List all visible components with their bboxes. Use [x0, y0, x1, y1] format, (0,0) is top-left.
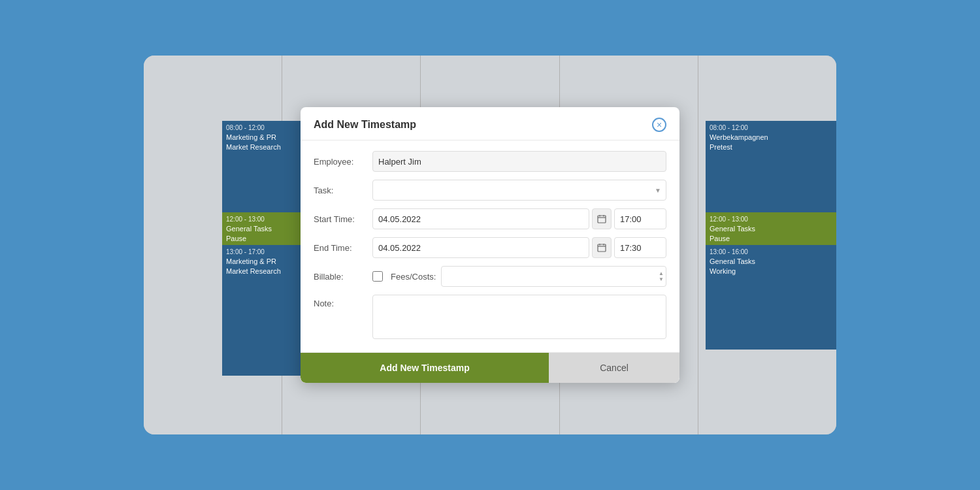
note-textarea[interactable]	[372, 295, 666, 339]
cancel-button[interactable]: Cancel	[549, 353, 679, 383]
end-date-time-group	[372, 237, 666, 258]
dialog-title: Add New Timestamp	[314, 119, 416, 131]
employee-label: Employee:	[314, 157, 372, 167]
billable-checkbox[interactable]	[372, 271, 383, 282]
start-time-input[interactable]	[614, 208, 666, 229]
start-date-time-group	[372, 208, 666, 229]
employee-input[interactable]	[372, 151, 666, 172]
billable-fees-row: Billable: Fees/Costs: ▲ ▼	[314, 266, 666, 287]
fees-input-wrapper: ▲ ▼	[441, 266, 666, 287]
add-timestamp-dialog: Add New Timestamp × Employee: Task: ▼	[301, 107, 679, 383]
note-row: Note:	[314, 295, 666, 339]
end-time-row: End Time:	[314, 237, 666, 258]
end-time-label: End Time:	[314, 243, 372, 253]
main-card: 08:00 - 12:00 Marketing & PR Market Rese…	[144, 56, 836, 434]
dialog-body: Employee: Task: ▼ Start Time:	[301, 140, 679, 352]
task-select-wrapper: ▼	[372, 180, 666, 201]
dialog-overlay: Add New Timestamp × Employee: Task: ▼	[144, 56, 836, 434]
fees-input[interactable]	[441, 266, 666, 287]
end-date-calendar-icon[interactable]	[592, 237, 612, 258]
start-date-input[interactable]	[372, 208, 589, 229]
task-select[interactable]	[372, 180, 666, 201]
task-row: Task: ▼	[314, 180, 666, 201]
svg-rect-0	[598, 216, 606, 223]
end-date-input[interactable]	[372, 237, 589, 258]
note-label: Note:	[314, 295, 372, 308]
start-date-calendar-icon[interactable]	[592, 208, 612, 229]
employee-row: Employee:	[314, 151, 666, 172]
billable-label: Billable:	[314, 272, 372, 282]
add-timestamp-button[interactable]: Add New Timestamp	[301, 353, 549, 383]
dialog-footer: Add New Timestamp Cancel	[301, 352, 679, 383]
svg-rect-4	[598, 244, 606, 252]
end-time-input[interactable]	[614, 237, 666, 258]
close-button[interactable]: ×	[652, 118, 666, 132]
fees-label: Fees/Costs:	[391, 272, 436, 282]
dialog-header: Add New Timestamp ×	[301, 107, 679, 140]
start-time-label: Start Time:	[314, 214, 372, 224]
start-time-row: Start Time:	[314, 208, 666, 229]
task-label: Task:	[314, 186, 372, 195]
